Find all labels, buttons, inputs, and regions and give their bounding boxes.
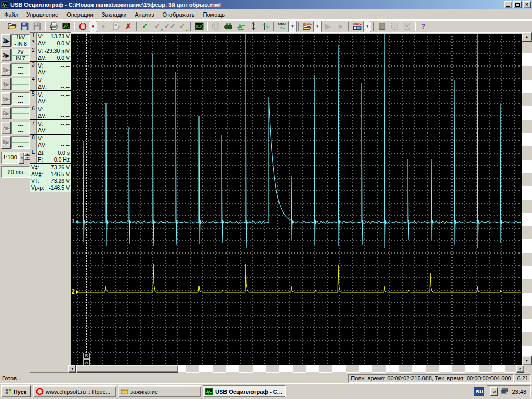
menu-item[interactable]: Операции — [62, 10, 97, 19]
readout-label: V: — [38, 48, 43, 55]
scroll-right-button[interactable]: ► — [516, 365, 524, 373]
measure-auto-button[interactable] — [234, 21, 247, 32]
block-fill-button[interactable] — [376, 21, 388, 32]
script-display-dropdown[interactable]: ▾ — [363, 21, 371, 32]
channel-row: 2▶2VIN 7 — [0, 49, 30, 61]
clock[interactable]: 23:48 — [511, 389, 527, 395]
open-file-button[interactable] — [6, 21, 18, 32]
record-start-stop-dropdown[interactable]: ▾ — [89, 21, 97, 32]
channel-6-scale-box[interactable]: ------ — [11, 107, 30, 119]
readout-label: ΔV: — [38, 40, 47, 47]
channel-1-button[interactable]: 1▶ — [1, 34, 11, 47]
trigger-marker-icon: ▼ — [30, 39, 36, 44]
horizontal-scrollbar[interactable]: ◄ ► — [68, 365, 524, 373]
divider-ratio-value[interactable]: 1:100 — [1, 152, 19, 164]
script-stop-button: ■ — [334, 21, 347, 32]
restore-button[interactable] — [513, 1, 522, 8]
start-button[interactable]: Пуск — [1, 385, 31, 397]
channel-7-button[interactable]: 7▶ — [1, 122, 11, 134]
script-open-button[interactable]: A:B:C — [301, 21, 313, 32]
channel-scale-value: --- — [12, 78, 29, 85]
print-button[interactable] — [47, 21, 60, 32]
abc-play-icon: ▶ — [325, 23, 330, 30]
display-settings-button[interactable] — [60, 21, 72, 32]
cursor-stat-label: V‡: — [31, 178, 39, 184]
bookmark-set-button[interactable]: ✓ — [139, 21, 151, 32]
bookmark-next-button[interactable]: ✓▴ — [176, 21, 189, 32]
channel-4-scale-box[interactable]: ------ — [11, 78, 30, 90]
toolbar-grip[interactable] — [3, 22, 4, 31]
oscilloscope-display[interactable]: B A 1 ► 2 ► — [71, 32, 522, 365]
channel-1-scale-box[interactable]: 1kV- IN 8 — [11, 34, 30, 47]
readout-values: Δt:0.0 sF:0.0 Hz — [37, 149, 71, 163]
close-button[interactable]: × — [523, 1, 531, 8]
readout-value: 0.0 Hz — [54, 156, 70, 163]
scroll-left-button[interactable]: ◄ — [68, 365, 76, 373]
channel-3-scale-box[interactable]: ------ — [11, 63, 30, 76]
xy-mode-button[interactable] — [193, 21, 205, 32]
channel-6-button[interactable]: 6▶ — [1, 107, 11, 119]
channel-2-button[interactable]: 2▶ — [1, 49, 11, 61]
help-button[interactable]: ? — [417, 21, 430, 32]
waveform-traces — [71, 34, 522, 365]
vertical-scrollbar[interactable]: ▲ ▼ — [522, 32, 532, 365]
horizontal-scroll-thumb[interactable] — [76, 365, 178, 373]
readout-values: V:13.73 VΔV:0.0 V — [37, 33, 71, 47]
delete-fragment-button[interactable]: ✗ — [122, 21, 135, 32]
record-edit-button — [110, 21, 122, 32]
printer-icon — [49, 22, 58, 31]
channel-3-button[interactable]: 3▶ — [1, 63, 11, 76]
search-signal-button[interactable] — [222, 21, 234, 32]
scope-grid-area[interactable]: B A 1 ► 2 ► — [71, 34, 522, 365]
cursor-label-a[interactable]: A — [83, 359, 90, 365]
channel-5-button[interactable]: 5▶ — [1, 92, 11, 105]
trace-ch1 — [78, 34, 521, 248]
readout-line: V:--.-- — [38, 91, 70, 98]
ratio-left-arrow-button[interactable]: ◄ — [19, 152, 24, 164]
task-button[interactable]: USB Осциллограф - C... — [203, 385, 286, 397]
script-display-button[interactable]: A:B:C — [351, 21, 363, 32]
display-settings-icon — [62, 22, 71, 31]
trace2-position-marker[interactable]: 2 ► — [72, 289, 79, 295]
channel-8-button[interactable]: 8▶ — [1, 136, 11, 149]
record-start-stop-button[interactable] — [76, 21, 89, 32]
cursor-vertical-button[interactable] — [247, 21, 259, 32]
task-button[interactable]: зажигание — [118, 385, 201, 397]
menu-item[interactable]: Отображать — [158, 10, 198, 19]
bookmark-list-button[interactable]: ✓✓ — [164, 21, 176, 32]
oscilloscope-icon — [205, 388, 213, 395]
timebase-value[interactable]: 20 ms — [1, 166, 30, 178]
task-button[interactable]: www.chipsoft.ru :: Прос... — [33, 385, 116, 397]
menu-item[interactable]: Помощь — [199, 10, 230, 19]
menu-item[interactable]: Файл — [0, 10, 22, 19]
readout-row-7: 7V:--.--ΔV:--.-- — [30, 120, 71, 135]
channel-7-scale-box[interactable]: ------ — [11, 122, 30, 134]
language-indicator[interactable]: RU — [474, 387, 484, 396]
title-bar[interactable]: USB Осциллограф - C:\Новая папка\зажиган… — [0, 0, 532, 9]
readout-label: V: — [38, 121, 43, 127]
menu-item[interactable]: Закладки — [98, 10, 131, 19]
bookmark-prev-button[interactable]: ✓▾ — [151, 21, 164, 32]
channel-4-button[interactable]: 4▶ — [1, 78, 11, 90]
trace1-position-marker[interactable]: 1 ► — [72, 219, 79, 224]
toolbar-separator — [190, 22, 191, 31]
memory-button[interactable]: MEM — [276, 21, 288, 32]
scroll-down-button[interactable]: ▼ — [522, 356, 532, 365]
menu-item[interactable]: Анализ — [130, 10, 158, 19]
time-cursor-line[interactable] — [86, 34, 87, 353]
menu-item[interactable]: Управление — [22, 10, 62, 19]
channel-8-scale-box[interactable]: ------ — [11, 136, 30, 149]
cursor-horizontal-button[interactable] — [259, 21, 272, 32]
tray-chevron-button[interactable]: « — [490, 387, 498, 396]
channel-5-scale-box[interactable]: ------ — [11, 92, 30, 105]
channel-2-scale-box[interactable]: 2VIN 7 — [11, 49, 30, 61]
scroll-up-button[interactable]: ▲ — [522, 32, 532, 42]
cursor-label-b[interactable]: B — [83, 353, 90, 359]
delete-cross-icon: ✗ — [126, 23, 131, 30]
script-open-dropdown[interactable]: ▾ — [313, 21, 322, 32]
memory-dropdown[interactable]: ▾ — [288, 21, 297, 32]
network-monitor-icon[interactable] — [500, 388, 508, 395]
minimize-button[interactable] — [504, 1, 512, 8]
save-file-button[interactable] — [18, 21, 31, 32]
readout-values: V:-29.30 mVΔV:0.0 V — [37, 47, 71, 61]
